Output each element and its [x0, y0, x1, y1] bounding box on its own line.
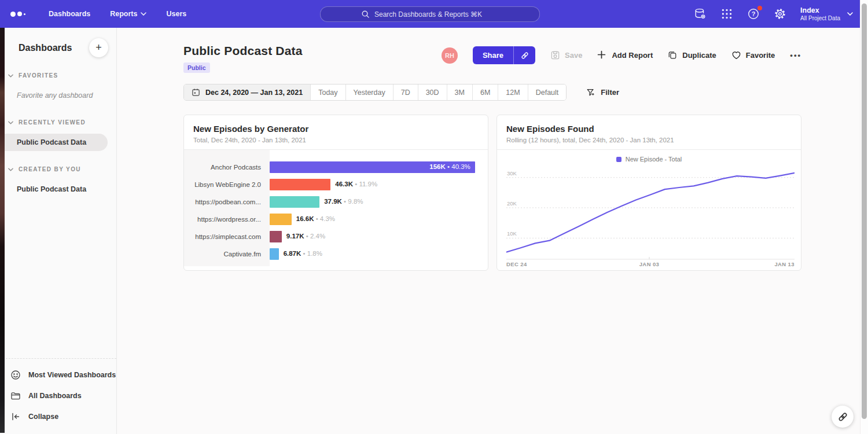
bar[interactable]	[270, 179, 330, 190]
save-button[interactable]: Save	[550, 50, 582, 60]
app-logo[interactable]	[10, 12, 34, 17]
bar-value-label: 46.3K • 11.9%	[335, 181, 377, 187]
date-range-picker[interactable]: Dec 24, 2020 — Jan 13, 2021	[184, 84, 311, 100]
sidebar-footer: Most Viewed Dashboards All Dashboards Co…	[0, 358, 116, 434]
preset-today[interactable]: Today	[311, 84, 345, 100]
nav-item-users[interactable]: Users	[166, 10, 186, 18]
copy-link-icon[interactable]	[513, 46, 535, 64]
preset-yesterday[interactable]: Yesterday	[346, 84, 393, 100]
bar-category-label: Captivate.fm	[184, 251, 270, 258]
folder-icon	[10, 391, 21, 401]
data-source-icon[interactable]	[694, 8, 707, 20]
bar-value-label: 9.17K • 2.4%	[286, 233, 325, 240]
global-search[interactable]	[320, 6, 540, 22]
chart-subtitle: Rolling (12 hours), total, Dec 24th, 202…	[506, 137, 792, 144]
preset-3m[interactable]: 3M	[447, 84, 473, 100]
scrollbar-thumb[interactable]	[862, 3, 867, 419]
chart-legend: New Episode - Total	[497, 150, 801, 164]
bar[interactable]	[270, 196, 319, 208]
chart-card-new-episodes-found: New Episodes Found Rolling (12 hours), t…	[496, 115, 801, 271]
nav-item-dashboards[interactable]: Dashboards	[49, 10, 90, 18]
add-report-button[interactable]: Add Report	[597, 50, 653, 60]
floating-copy-link-button[interactable]	[832, 406, 854, 428]
top-nav-bar: Dashboards Reports Users	[0, 0, 868, 28]
bar-category-label: https://simplecast.com	[184, 233, 270, 240]
legend-label: New Episode - Total	[626, 156, 682, 163]
add-dashboard-button[interactable]: +	[89, 38, 108, 57]
page-title: Public Podcast Data	[183, 44, 303, 58]
filter-funnel-icon	[586, 88, 595, 97]
chart-subtitle: Total, Dec 24th, 2020 - Jan 13th, 2021	[193, 137, 479, 144]
sidebar-item-public-podcast-data[interactable]: Public Podcast Data	[0, 134, 108, 151]
smiley-icon	[10, 370, 21, 380]
y-tick-label: 10K	[507, 230, 517, 237]
section-header-created-by-you[interactable]: CREATED BY YOU	[0, 166, 116, 172]
save-icon	[550, 50, 560, 60]
bar-category-label: https://podbean.com...	[184, 198, 270, 205]
x-tick-label: JAN 03	[639, 261, 660, 267]
filter-button[interactable]: Filter	[586, 88, 619, 97]
bar-row: Anchor Podcasts156K • 40.3%	[184, 159, 479, 176]
chart-card-new-episodes-by-generator: New Episodes by Generator Total, Dec 24t…	[183, 115, 488, 271]
sidebar-item-public-podcast-data-created[interactable]: Public Podcast Data	[0, 181, 116, 198]
bar[interactable]	[270, 231, 282, 242]
duplicate-button[interactable]: Duplicate	[668, 50, 716, 60]
date-toolbar: Dec 24, 2020 — Jan 13, 2021 Today Yester…	[183, 84, 801, 101]
all-dashboards-button[interactable]: All Dashboards	[0, 385, 116, 406]
collapse-sidebar-button[interactable]: Collapse	[0, 406, 116, 427]
nav-item-reports[interactable]: Reports	[110, 10, 146, 18]
calendar-icon	[192, 88, 200, 97]
line-plot[interactable]: 10K20K30K	[506, 168, 795, 261]
preset-12m[interactable]: 12M	[498, 84, 528, 100]
x-tick-label: DEC 24	[506, 261, 527, 267]
primary-nav: Dashboards Reports Users	[49, 10, 186, 18]
bar[interactable]: 156K • 40.3%	[270, 161, 475, 173]
avatar[interactable]: RH	[442, 47, 458, 64]
y-tick-label: 30K	[507, 170, 517, 176]
project-subtitle: All Project Data	[800, 15, 840, 22]
bar-chart: Anchor Podcasts156K • 40.3%Libsyn WebEng…	[184, 159, 479, 263]
apps-grid-icon[interactable]	[720, 8, 733, 20]
bar-category-label: Anchor Podcasts	[184, 164, 270, 171]
line-series[interactable]	[506, 173, 795, 252]
bar[interactable]	[270, 248, 279, 260]
duplicate-icon	[668, 50, 678, 60]
chevron-down-icon	[8, 121, 13, 124]
bar-row: Captivate.fm6.87K • 1.8%	[184, 245, 479, 263]
search-icon	[361, 10, 370, 19]
most-viewed-dashboards-button[interactable]: Most Viewed Dashboards	[0, 365, 116, 385]
help-icon[interactable]: ?	[747, 8, 760, 20]
plus-icon	[597, 50, 607, 60]
preset-6m[interactable]: 6M	[473, 84, 498, 100]
chevron-down-icon	[8, 168, 13, 171]
y-tick-label: 20K	[507, 200, 517, 207]
link-icon	[837, 411, 848, 422]
favorites-empty-hint: Favorite any dashboard	[0, 87, 116, 104]
favorite-button[interactable]: Favorite	[731, 50, 775, 60]
preset-default[interactable]: Default	[528, 84, 567, 100]
section-header-favorites[interactable]: FAVORITES	[0, 72, 116, 79]
legend-swatch	[616, 157, 621, 162]
bar-row: Libsyn WebEngine 2.046.3K • 11.9%	[184, 176, 479, 193]
chart-title[interactable]: New Episodes Found	[506, 124, 792, 134]
chart-title[interactable]: New Episodes by Generator	[193, 124, 479, 134]
section-header-recently-viewed[interactable]: RECENTLY VIEWED	[0, 119, 116, 126]
project-name: Index	[800, 6, 840, 15]
search-input[interactable]	[374, 10, 499, 19]
sidebar-section-recently-viewed: RECENTLY VIEWED Public Podcast Data	[0, 119, 116, 151]
preset-7d[interactable]: 7D	[393, 84, 418, 100]
page-scrollbar[interactable]	[860, 0, 868, 434]
bar-value-label: 156K • 40.3%	[429, 163, 470, 170]
bar-category-label: https://wordpress.or...	[184, 216, 270, 223]
bar[interactable]	[270, 214, 292, 225]
header-actions: RH Share Save Add Re	[442, 46, 801, 64]
preset-30d[interactable]: 30D	[418, 84, 447, 100]
more-options-button[interactable]: •••	[790, 51, 801, 60]
share-button[interactable]: Share	[473, 46, 535, 64]
bar-row: https://wordpress.or...16.6K • 4.3%	[184, 211, 479, 228]
x-tick-label: JAN 13	[774, 261, 795, 267]
bar-category-label: Libsyn WebEngine 2.0	[184, 181, 270, 188]
project-switcher[interactable]: Index All Project Data	[800, 6, 853, 22]
settings-gear-icon[interactable]	[774, 8, 786, 20]
notification-badge	[757, 6, 762, 10]
